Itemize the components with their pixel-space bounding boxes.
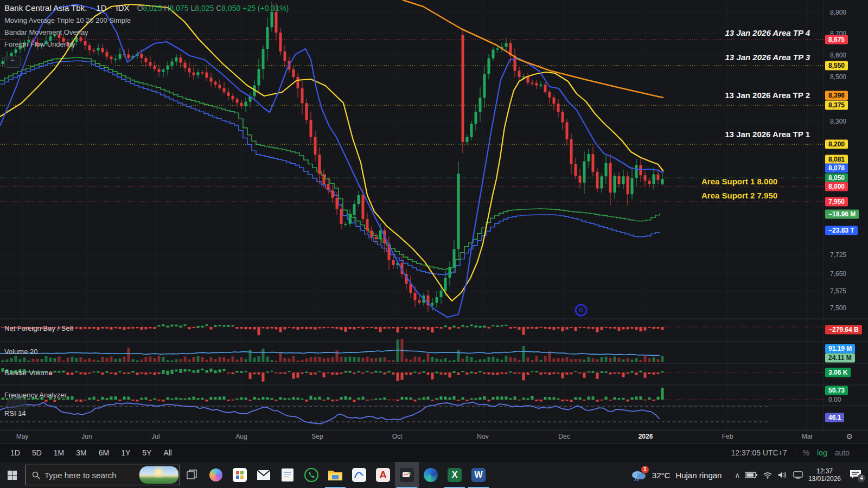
timeframe-button-3m[interactable]: 3M: [72, 447, 90, 459]
price-badge: 8,396: [825, 91, 848, 100]
change-value: +25 (+0.31%): [242, 4, 289, 12]
price-badge: −23.83 T: [825, 226, 858, 235]
start-button[interactable]: [0, 462, 24, 488]
month-label: Dec: [558, 433, 570, 440]
auto-scale-button[interactable]: auto: [835, 448, 850, 457]
action-center-button[interactable]: 4: [850, 470, 863, 480]
mail-button[interactable]: [252, 462, 276, 488]
edge-button[interactable]: [419, 462, 443, 488]
clock-utc-label[interactable]: 12:37:05 UTC+7: [731, 448, 787, 457]
chart-plot-area[interactable]: D: [0, 0, 868, 430]
timeframe-row: 1D5D1M3M6M1Y5YAll: [0, 447, 176, 459]
collapse-indicators-button[interactable]: ⌃: [4, 56, 21, 68]
month-label: Sep: [311, 433, 323, 440]
separator-dot: ·: [90, 3, 93, 12]
price-tick: 7,500: [830, 304, 846, 312]
indicator-label-bandar[interactable]: Bandar Movement Overlay: [4, 28, 289, 36]
folder-icon: [328, 469, 343, 481]
price-tick: 7,650: [830, 270, 846, 278]
percent-scale-button[interactable]: %: [803, 448, 809, 457]
toolbar-divider: [795, 448, 795, 457]
target-price-annotation[interactable]: 13 Jan 2026 Area TP 4: [725, 28, 810, 37]
clock-date: 13/01/2026: [808, 475, 841, 483]
search-placeholder: Type here to search: [44, 471, 117, 480]
support-annotation[interactable]: Area Suport 2 7.950: [701, 191, 777, 200]
support-annotation[interactable]: Area Suport 1 8.000: [701, 177, 777, 186]
pane-value-badge: 0.00: [825, 395, 844, 404]
clock-time: 12:37: [808, 467, 841, 475]
battery-icon[interactable]: [745, 472, 757, 478]
tray-chevron-icon[interactable]: ∧: [735, 471, 740, 479]
speaker-icon[interactable]: [778, 471, 788, 479]
chart-app-button-active[interactable]: [395, 462, 419, 488]
axis-settings-gear-icon[interactable]: ⚙: [846, 432, 853, 441]
pane-label[interactable]: Bandar Volume: [4, 369, 53, 377]
interval-label[interactable]: 1D: [96, 3, 106, 12]
pane-label[interactable]: RSI 14: [4, 409, 26, 418]
windows-logo-icon: [8, 471, 17, 480]
svg-text:D: D: [579, 307, 583, 313]
task-view-icon: [187, 470, 197, 480]
timeframe-button-1d[interactable]: 1D: [7, 447, 24, 459]
wifi-icon[interactable]: [763, 471, 773, 479]
mail-icon: [257, 470, 270, 480]
target-price-annotation[interactable]: 13 Jan 2026 Area TP 1: [725, 130, 810, 139]
task-view-button[interactable]: [180, 462, 204, 488]
search-daily-image[interactable]: [139, 466, 178, 484]
price-tick: 8,600: [830, 52, 846, 59]
pane-value-badge: 46.1: [825, 413, 844, 422]
ohlc-values: O8,025 H8,075 L8,025 C8,050 +25 (+0.31%): [137, 4, 289, 12]
timeframe-button-all[interactable]: All: [159, 447, 176, 459]
whatsapp-icon: [304, 468, 318, 482]
excel-button[interactable]: X: [443, 462, 467, 488]
pane-label[interactable]: Volume 20: [4, 348, 37, 356]
price-tick: 7,575: [830, 287, 846, 295]
chart-canvas[interactable]: D: [0, 0, 868, 430]
microsoft-store-button[interactable]: [228, 462, 252, 488]
cast-display-icon[interactable]: [793, 471, 803, 479]
word-icon: W: [471, 468, 486, 482]
pane-label[interactable]: Frequency Analyzer: [4, 391, 67, 399]
timeframe-button-1m[interactable]: 1M: [50, 447, 68, 459]
price-badge: −18.96 M: [825, 210, 859, 219]
price-badge: 8,675: [825, 35, 848, 44]
pane-value-badge: 50.73: [825, 386, 848, 395]
taskbar-clock[interactable]: 12:37 13/01/2026: [808, 467, 841, 483]
file-explorer-button[interactable]: [323, 462, 347, 488]
trading-chart-screen: D Bank Central Asia Tbk. · 1D · IDX O8,0…: [0, 0, 868, 488]
bottom-toolbar: 1D5D1M3M6M1Y5YAll 12:37:05 UTC+7 % log a…: [0, 443, 868, 462]
pane-value-badge: 24.11 M: [825, 354, 855, 363]
notepad-button[interactable]: [276, 462, 299, 488]
document-icon: [282, 468, 293, 481]
target-price-annotation[interactable]: 13 Jan 2026 Area TP 2: [725, 91, 810, 100]
log-scale-button[interactable]: log: [817, 448, 827, 457]
price-badge: 8,200: [825, 140, 848, 149]
target-price-annotation[interactable]: 13 Jan 2026 Area TP 3: [725, 53, 810, 62]
red-a-app-button[interactable]: A: [371, 462, 395, 488]
timeframe-button-5y[interactable]: 5Y: [138, 447, 155, 459]
price-tick: 8,800: [830, 9, 846, 16]
copilot-button[interactable]: [204, 462, 228, 488]
weather-widget-icon[interactable]: 1: [630, 468, 647, 481]
system-tray: 1 32°C Hujan ringan ∧ 12:37 13/01/2026 4: [630, 467, 868, 483]
exchange-label[interactable]: IDX: [116, 3, 130, 12]
price-badge: 8,375: [825, 101, 848, 110]
weather-temp[interactable]: 32°C: [652, 471, 671, 480]
chart-app-icon: [400, 468, 414, 482]
search-icon: [32, 471, 40, 479]
timeframe-button-6m[interactable]: 6M: [95, 447, 113, 459]
weather-desc[interactable]: Hujan ringan: [675, 471, 722, 480]
indicator-label-ma[interactable]: Moving Average Triple 10 20 200 Simple: [4, 16, 289, 24]
curve-app-button[interactable]: [347, 462, 371, 488]
pane-label[interactable]: Net Foreign Buy / Sell: [4, 324, 73, 332]
time-axis[interactable]: MayJunJulAugSepOctNovDec2026FebMar ⚙: [0, 430, 868, 443]
timeframe-button-1y[interactable]: 1Y: [117, 447, 134, 459]
symbol-title[interactable]: Bank Central Asia Tbk.: [4, 3, 87, 12]
whatsapp-button[interactable]: [299, 462, 323, 488]
indicator-label-foreign[interactable]: Foreign Flow Underlay: [4, 40, 289, 48]
word-button[interactable]: W: [467, 462, 490, 488]
taskbar-search-input[interactable]: Type here to search: [25, 465, 180, 485]
timeframe-button-5d[interactable]: 5D: [28, 447, 46, 459]
weather-alert-badge: 1: [641, 466, 649, 473]
excel-icon: X: [448, 468, 462, 482]
